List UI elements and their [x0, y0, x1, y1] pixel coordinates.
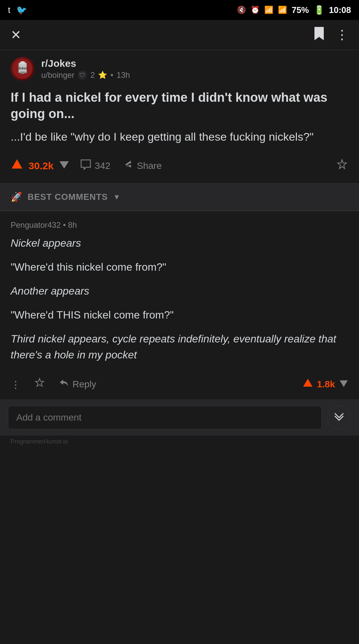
svg-marker-9	[36, 378, 44, 386]
battery-icon: 🔋	[314, 5, 324, 15]
comment-actions: ⋮ Reply 1.8k	[11, 371, 348, 399]
more-options-button[interactable]: ⋮	[336, 28, 348, 42]
share-icon	[122, 159, 134, 173]
comment: Penguator432 • 8h Nickel appears "Where'…	[0, 211, 359, 400]
close-button[interactable]: ✕	[11, 28, 21, 42]
signal-icon: 📶	[278, 6, 287, 14]
svg-marker-11	[340, 380, 348, 387]
subreddit-avatar[interactable]: Jokes	[11, 57, 35, 81]
top-nav: ✕ ⋮	[0, 20, 359, 50]
star-badge: ⭐	[98, 71, 107, 79]
award-button[interactable]	[336, 158, 348, 174]
add-comment-bar	[0, 400, 359, 436]
nav-right: ⋮	[313, 26, 348, 44]
share-label: Share	[137, 161, 162, 171]
post-header: Jokes r/Jokes u/boinger 🛡 2 ⭐ • 13h	[0, 50, 359, 86]
comments-button[interactable]: 342	[80, 159, 110, 173]
comments-header-text: BEST COMMENTS	[28, 192, 108, 202]
share-button[interactable]: Share	[122, 159, 162, 173]
comment-line-1: Nickel appears	[11, 235, 348, 251]
vote-count: 30.2k	[29, 160, 54, 172]
scroll-to-top-button[interactable]	[327, 406, 351, 430]
watermark: ProgrammerHumor.io	[0, 436, 359, 448]
svg-marker-7	[60, 161, 69, 169]
reply-icon	[59, 378, 68, 391]
comment-time-ago: 8h	[68, 220, 77, 229]
status-bar: t 🐦 🔇 ⏰ 📶 📶 75% 🔋 10:08	[0, 0, 359, 20]
subreddit-name[interactable]: r/Jokes	[41, 58, 130, 69]
separator: •	[110, 70, 113, 80]
comment-award-button[interactable]	[34, 377, 45, 391]
downvote-button[interactable]	[59, 159, 69, 173]
mute-icon: 🔇	[237, 6, 246, 14]
comment-count: 342	[95, 161, 110, 171]
svg-text:Jokes: Jokes	[18, 66, 28, 70]
post-content: If I had a nickel for every time I didn'…	[0, 86, 359, 153]
comment-body: Nickel appears "Where'd this nickel come…	[11, 235, 348, 363]
battery-percent: 75%	[292, 5, 309, 15]
comment-line-2: "Where'd this nickel come from?"	[11, 259, 348, 275]
watermark-text: ProgrammerHumor.io	[11, 438, 68, 445]
svg-marker-6	[12, 159, 22, 169]
tumblr-icon: t	[8, 5, 10, 15]
status-bar-right: 🔇 ⏰ 📶 📶 75% 🔋 10:08	[237, 5, 351, 15]
bookmark-button[interactable]	[313, 26, 325, 44]
post-author-line: u/boinger 🛡 2 ⭐ • 13h	[41, 70, 130, 80]
post-actions: 30.2k 342 Share	[0, 153, 359, 184]
wifi-icon: 📶	[264, 6, 273, 14]
shield-badge: 🛡	[78, 70, 87, 80]
comment-vote-count: 1.8k	[317, 379, 335, 390]
svg-rect-3	[20, 71, 25, 73]
svg-marker-10	[303, 379, 312, 387]
comment-line-3: Another appears	[11, 283, 348, 299]
comment-vote: 1.8k	[302, 378, 349, 391]
upvote-button[interactable]	[11, 158, 23, 174]
svg-marker-8	[338, 160, 346, 169]
svg-point-2	[20, 61, 25, 64]
alarm-icon: ⏰	[251, 6, 260, 14]
comment-author-line: Penguator432 • 8h	[11, 220, 348, 230]
post-author[interactable]: u/boinger	[41, 70, 74, 80]
vote-section: 30.2k	[11, 158, 69, 174]
comment-more-button[interactable]: ⋮	[11, 379, 21, 390]
comment-upvote-button[interactable]	[302, 378, 313, 391]
comment-line-4: "Where'd THIS nickel come from?"	[11, 307, 348, 323]
comment-icon	[80, 159, 91, 173]
post-title: If I had a nickel for every time I didn'…	[11, 89, 348, 122]
post-meta: r/Jokes u/boinger 🛡 2 ⭐ • 13h	[41, 58, 130, 80]
sort-dropdown-arrow[interactable]: ▼	[113, 193, 120, 201]
comment-downvote-button[interactable]	[339, 379, 348, 390]
karma-count: 2	[90, 70, 95, 80]
reply-label: Reply	[72, 379, 96, 390]
comment-reply-button[interactable]: Reply	[59, 378, 96, 391]
svg-rect-4	[21, 73, 25, 74]
comments-header[interactable]: 🚀 BEST COMMENTS ▼	[0, 184, 359, 211]
comment-line-5: Third nickel appears, cycle repeats inde…	[11, 331, 348, 363]
comment-author[interactable]: Penguator432	[11, 220, 61, 229]
post-body: ...I'd be like "why do I keep getting al…	[11, 129, 348, 145]
time-ago: 13h	[117, 70, 130, 80]
status-bar-left: t 🐦	[8, 5, 27, 15]
sort-icon: 🚀	[11, 192, 22, 202]
twitter-icon: 🐦	[16, 5, 27, 15]
time: 10:08	[329, 5, 351, 15]
add-comment-input[interactable]	[8, 406, 322, 429]
